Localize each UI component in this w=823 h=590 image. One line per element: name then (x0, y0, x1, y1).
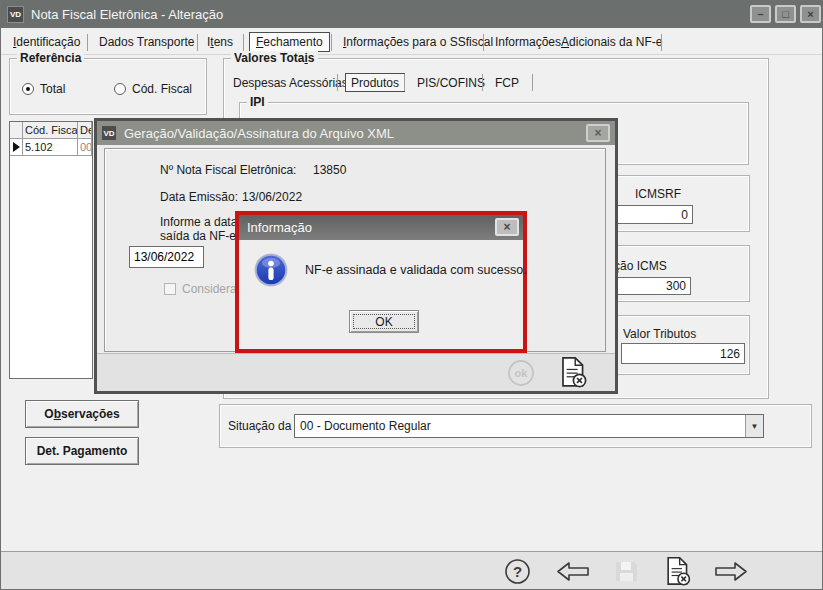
xml-dialog-footer: ok (97, 353, 615, 391)
emissao-label: Data Emissão: (160, 190, 238, 204)
xml-ok-button[interactable]: ok (507, 359, 535, 387)
nf-number-label: Nº Nota Fiscal Eletrônica: (160, 163, 296, 177)
subtab-separator (404, 74, 405, 91)
subtab-separator (482, 74, 483, 91)
information-icon (253, 252, 289, 291)
radio-cod-fiscal[interactable]: Cód. Fiscal (114, 82, 192, 96)
grid-cell-fiscal: 5.102 (23, 139, 78, 156)
info-dialog-body: NF-e assinada e validada com sucesso. OK (239, 240, 523, 349)
help-button[interactable]: ? (504, 558, 531, 585)
info-dialog: Informação × (235, 211, 527, 353)
info-ok-button[interactable]: OK (349, 310, 419, 333)
window-title: Nota Fiscal Eletrônica - Alteração (31, 7, 223, 22)
info-dialog-close-button[interactable]: × (495, 218, 519, 236)
row-indicator-icon (10, 139, 23, 156)
cancel-document-icon (559, 356, 589, 389)
tab-separator (197, 34, 198, 51)
radio-selected-icon (22, 83, 34, 95)
radio-unselected-icon (114, 83, 126, 95)
icms-label: ção ICMS (614, 259, 667, 273)
tab-separator (483, 34, 484, 51)
grid-col-de: De (78, 122, 92, 139)
subtab-produtos[interactable]: Produtos (345, 73, 405, 92)
subtab-fcp[interactable]: FCP (490, 73, 524, 92)
save-button[interactable] (613, 558, 640, 585)
app-icon: VD (7, 6, 24, 23)
back-arrow-icon (555, 560, 591, 583)
tab-separator (661, 34, 662, 51)
subtab-pis-cofins[interactable]: PIS/COFINS (412, 73, 490, 92)
radio-total[interactable]: Total (22, 82, 65, 96)
dropdown-button[interactable]: ▼ (745, 415, 763, 437)
grid-cell-de: 00 (78, 139, 92, 156)
info-ok-label: OK (375, 315, 392, 329)
close-button[interactable]: × (800, 5, 821, 23)
emissao-value: 13/06/2022 (242, 190, 302, 204)
forward-button[interactable] (713, 560, 749, 583)
tab-identificacao[interactable]: Identificação (7, 32, 86, 52)
tributos-field[interactable]: 126 (621, 343, 745, 364)
tab-separator (87, 34, 88, 51)
cancel-document-icon (663, 556, 694, 587)
maximize-button[interactable]: □ (775, 5, 796, 23)
ipi-legend: IPI (247, 95, 268, 109)
tab-separator (331, 34, 332, 51)
tab-fechamento[interactable]: Fechamento (249, 32, 330, 52)
radio-total-label: Total (40, 82, 65, 96)
fiscal-grid[interactable]: Cód. Fiscal De 5.102 00 (9, 121, 93, 379)
back-button[interactable] (555, 560, 591, 583)
titlebar: VD Nota Fiscal Eletrônica - Alteração – … (1, 1, 823, 28)
date-prompt-line2: saída da NF-e: (160, 229, 239, 243)
xml-dialog-close-button[interactable]: × (586, 124, 610, 142)
xml-cancel-button[interactable] (559, 356, 587, 384)
radio-cod-fiscal-label: Cód. Fiscal (132, 82, 192, 96)
situacao-combobox[interactable]: 00 - Documento Regular ▼ (294, 414, 764, 438)
subtab-separator (337, 74, 338, 91)
situacao-group: Situação da NF: 00 - Documento Regular ▼ (219, 404, 812, 448)
svg-text:?: ? (513, 563, 522, 580)
grid-row[interactable]: 5.102 00 (10, 139, 92, 156)
valores-totais-legend: Valores Totais (231, 51, 318, 65)
observacoes-button[interactable]: Observações (25, 400, 139, 428)
help-icon: ? (504, 558, 531, 585)
xml-dialog-icon: VD (101, 125, 117, 141)
info-dialog-titlebar: Informação × (239, 215, 523, 240)
icmsrf-label: ICMSRF (635, 187, 681, 201)
checkbox-icon (164, 283, 176, 295)
save-icon (613, 558, 640, 585)
referencia-legend: Referência (17, 51, 84, 65)
det-pagamento-button[interactable]: Det. Pagamento (25, 437, 139, 465)
referencia-group: Referência Total Cód. Fiscal (9, 58, 207, 115)
minimize-button[interactable]: – (750, 5, 771, 23)
tab-informacoes-ssfiscal[interactable]: Informações para o SSfiscal (337, 32, 499, 52)
chevron-down-icon: ▼ (751, 422, 759, 431)
info-dialog-title: Informação (247, 220, 312, 235)
saida-date-input[interactable] (129, 246, 204, 268)
subtab-despesas-acessorias[interactable]: Despesas Acessórias (228, 73, 353, 92)
grid-col-fiscal: Cód. Fiscal (23, 122, 78, 139)
tributos-label: Valor Tributos (623, 327, 696, 341)
cancel-document-button[interactable] (663, 556, 694, 587)
grid-indicator-header (10, 122, 23, 139)
tab-separator (243, 34, 244, 51)
tab-dados-transporte[interactable]: Dados Transporte (93, 32, 200, 52)
main-tabstrip: Identificação Dados Transporte Itens Fec… (1, 28, 823, 55)
forward-arrow-icon (713, 560, 749, 583)
tributos-group: Valor Tributos 126 (614, 315, 750, 375)
ok-circle-label: ok (515, 367, 529, 379)
situacao-value: 00 - Documento Regular (295, 419, 745, 433)
info-message: NF-e assinada e validada com sucesso. (305, 263, 527, 277)
xml-dialog-titlebar: VD Geração/Validação/Assinatura do Arqui… (97, 121, 615, 145)
main-window: VD Nota Fiscal Eletrônica - Alteração – … (0, 0, 823, 590)
tab-informacoes-adicionais[interactable]: Informações Adicionais da NF-e (489, 32, 668, 52)
xml-dialog-title: Geração/Validação/Assinatura do Arquivo … (124, 126, 394, 141)
subtab-separator (532, 74, 533, 91)
tab-itens[interactable]: Itens (201, 32, 239, 52)
bottom-toolbar: ? (1, 551, 823, 590)
ok-circle-icon: ok (507, 359, 535, 387)
nf-number-value: 13850 (313, 163, 346, 177)
